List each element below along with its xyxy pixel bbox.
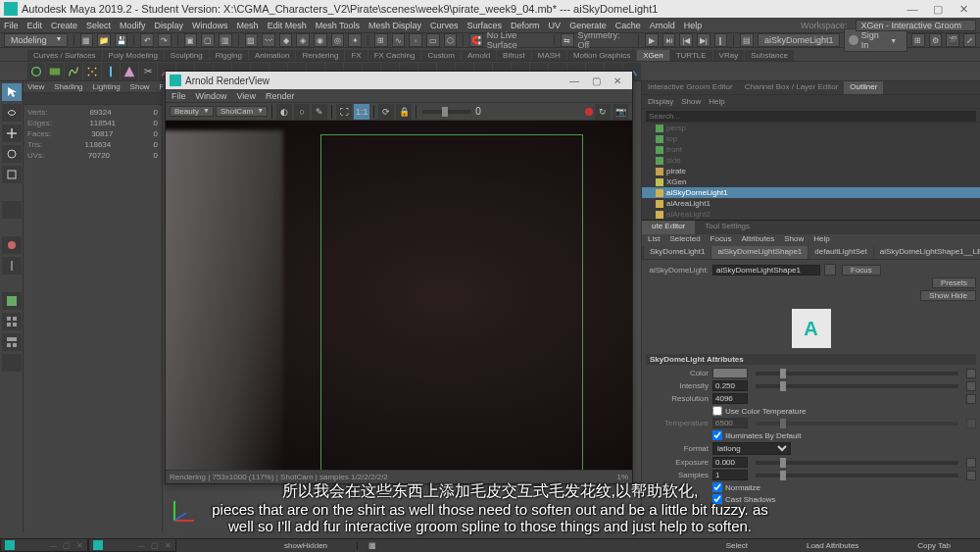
rv-file[interactable]: File: [172, 91, 186, 101]
shelf-tab-arnold[interactable]: Arnold: [462, 50, 496, 61]
rv-lock-icon[interactable]: 🔒: [396, 104, 412, 120]
outliner-item[interactable]: pirate: [642, 166, 980, 176]
select-button[interactable]: Select: [697, 541, 777, 550]
rotate-tool-icon[interactable]: [2, 145, 22, 163]
mask-surface-icon[interactable]: ▧: [245, 33, 259, 47]
rv-1to1-button[interactable]: 1:1: [354, 104, 369, 120]
undo-icon[interactable]: ↶: [140, 33, 154, 47]
four-view-icon[interactable]: [2, 313, 22, 330]
samples-slider[interactable]: [756, 474, 958, 477]
rv-render-region[interactable]: [320, 134, 583, 470]
playback-icon[interactable]: ⏯: [662, 33, 676, 47]
tab-channelbox[interactable]: Channel Box / Layer Editor: [739, 81, 845, 94]
menu-edit[interactable]: Edit: [27, 21, 43, 30]
xgen-cut-icon[interactable]: ✂: [139, 63, 157, 80]
rv-stop-icon[interactable]: [585, 108, 593, 116]
shelf-tab-turtle[interactable]: TURTLE: [670, 50, 712, 61]
menu-meshtools[interactable]: Mesh Tools: [316, 21, 360, 30]
ae-showhide-button[interactable]: Show Hide: [920, 290, 976, 301]
resolution-map-icon[interactable]: [966, 394, 976, 404]
win-maximize-button[interactable]: ▢: [925, 3, 951, 16]
outliner-item[interactable]: aiAreaLight1: [642, 198, 980, 209]
section-header[interactable]: SkyDomeLight Attributes: [646, 354, 976, 365]
shelf-tab-fx[interactable]: FX: [345, 50, 367, 61]
xgen-length-icon[interactable]: [102, 63, 120, 80]
rv-max-button[interactable]: ▢: [585, 75, 607, 86]
rv-camera-select[interactable]: ShotCam: [216, 106, 268, 117]
snap-curve-icon[interactable]: ∿: [392, 33, 406, 47]
ae-focus[interactable]: Focus: [710, 234, 732, 246]
tab-groom-editor[interactable]: Interactive Groom Editor: [642, 81, 739, 94]
win-close-button[interactable]: ✕: [951, 3, 976, 16]
render-icon[interactable]: 🎬: [946, 33, 958, 47]
shelf-tab-render[interactable]: Rendering: [296, 50, 344, 61]
samples-map-icon[interactable]: [966, 471, 976, 480]
sel-obj-icon[interactable]: ▢: [201, 33, 215, 47]
symmetry-label[interactable]: Symmetry: Off: [578, 30, 633, 50]
castshadows-check[interactable]: Cast Shadows: [712, 494, 776, 504]
rv-refresh-icon[interactable]: ⟳: [378, 104, 394, 120]
menu-select[interactable]: Select: [86, 21, 111, 30]
exposure-input[interactable]: [712, 457, 748, 468]
outliner-item[interactable]: aiAreaLight2: [642, 209, 980, 220]
usecolortemp-check[interactable]: Use Color Temperature: [712, 406, 807, 416]
workspace-select[interactable]: XGen - Interactive Groom: [856, 20, 976, 31]
step-fwd-icon[interactable]: ▶|: [697, 33, 710, 47]
single-persp-icon[interactable]: [2, 292, 22, 310]
shelf-tab-custom[interactable]: Custom: [421, 50, 461, 61]
rv-render[interactable]: Render: [266, 91, 295, 101]
magnet-icon[interactable]: 🧲: [469, 33, 483, 47]
shelf-tab-bifrost[interactable]: Bifrost: [497, 50, 531, 61]
redo-icon[interactable]: ↷: [158, 33, 172, 47]
samples-input[interactable]: [712, 470, 748, 480]
ae-nodename-input[interactable]: [712, 265, 820, 276]
show-hidden-field[interactable]: showHidden: [255, 541, 358, 550]
sym-mod-icon[interactable]: [2, 257, 22, 275]
outliner-item[interactable]: top: [642, 133, 980, 144]
ae-presets-button[interactable]: Presets: [932, 277, 976, 288]
rv-rgb-icon[interactable]: ◐: [276, 104, 292, 120]
exposure-slider[interactable]: [756, 461, 958, 465]
shelf-tab-sculpt[interactable]: Sculpting: [165, 50, 209, 61]
select-tool-icon[interactable]: [2, 83, 22, 101]
menu-cache[interactable]: Cache: [615, 21, 641, 30]
rv-window[interactable]: Window: [196, 91, 227, 101]
out-show[interactable]: Show: [681, 97, 701, 106]
task-maya[interactable]: —▢✕: [0, 538, 88, 552]
outliner-item[interactable]: persp: [642, 123, 980, 133]
load-attrs-button[interactable]: Load Attributes: [777, 541, 888, 550]
sel-hier-icon[interactable]: ▣: [184, 33, 198, 47]
rv-ipr-icon[interactable]: ↻: [595, 104, 611, 120]
rv-min-button[interactable]: —: [564, 75, 585, 86]
menu-create[interactable]: Create: [51, 21, 77, 30]
intensity-input[interactable]: [712, 380, 748, 391]
task-renderview[interactable]: —▢✕: [88, 538, 176, 552]
menu-file[interactable]: File: [4, 21, 19, 30]
settings-icon[interactable]: ⚙: [929, 33, 942, 47]
resolution-input[interactable]: [712, 393, 748, 404]
rv-titlebar[interactable]: Arnold RenderView — ▢ ✕: [166, 72, 632, 89]
ae-show[interactable]: Show: [784, 234, 804, 246]
soft-select-icon[interactable]: [2, 236, 22, 254]
xgen-open-icon[interactable]: [46, 63, 64, 80]
menu-editmesh[interactable]: Edit Mesh: [268, 21, 307, 30]
illum-default-check[interactable]: Illuminates By Default: [712, 430, 801, 440]
selection-name-field[interactable]: aiSkyDomeLight1: [758, 33, 841, 47]
ae-selected[interactable]: Selected: [669, 234, 700, 246]
snap-plane-icon[interactable]: ▭: [426, 33, 440, 47]
shelf-tab-rig[interactable]: Rigging: [210, 50, 248, 61]
ae-focus-button[interactable]: Focus: [842, 265, 881, 276]
open-scene-icon[interactable]: 📁: [97, 33, 111, 47]
vp-lighting[interactable]: Lighting: [93, 82, 121, 91]
layout-4-icon[interactable]: [2, 354, 22, 372]
color-swatch[interactable]: [712, 368, 748, 378]
vp-show[interactable]: Show: [130, 82, 150, 91]
menu-deform[interactable]: Deform: [511, 21, 540, 30]
ae-attributes[interactable]: Attributes: [741, 234, 774, 246]
lasso-tool-icon[interactable]: [2, 104, 22, 122]
module-select[interactable]: Modeling: [4, 33, 68, 47]
shelf-tab-anim[interactable]: Animation: [249, 50, 296, 61]
vp-camsel-icon[interactable]: [25, 94, 36, 104]
nodetab-shape[interactable]: aiSkyDomeLightShape1: [711, 246, 808, 259]
menu-generate[interactable]: Generate: [569, 21, 607, 30]
